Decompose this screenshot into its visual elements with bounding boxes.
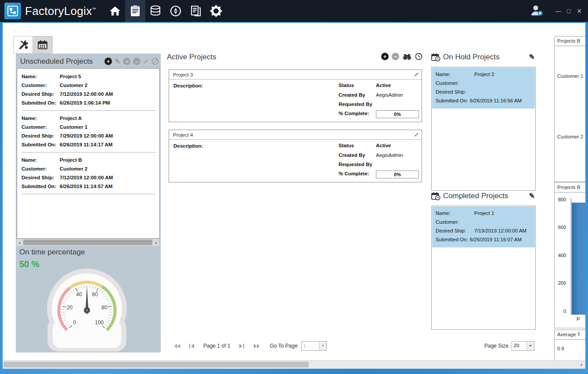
separator xyxy=(22,194,156,194)
calendar-icon xyxy=(37,40,48,50)
edit-project-icon[interactable]: ✎ xyxy=(115,58,120,65)
desired-ship-label: Desired Ship: xyxy=(22,175,60,180)
desired-ship-label: Desired Ship: xyxy=(436,89,474,94)
expand-icon[interactable] xyxy=(414,132,419,137)
scroll-right-icon[interactable]: › xyxy=(578,362,584,367)
unscheduled-toolbar: + ✎ − → ✓ xyxy=(105,58,159,65)
remove-project-icon[interactable]: − xyxy=(123,58,130,65)
svg-text:80: 80 xyxy=(101,305,108,311)
project-name: Project A xyxy=(60,116,82,121)
requested-by-label: Requested By xyxy=(339,102,372,107)
project-name: Project 2 xyxy=(474,72,494,77)
nav-gear-icon[interactable] xyxy=(206,0,226,22)
separator xyxy=(22,110,156,111)
on-hold-card[interactable]: Name:Project 2 Customer: Desired Ship: S… xyxy=(432,68,535,109)
tab-scheduling[interactable] xyxy=(32,36,53,54)
edit-completed-icon[interactable]: ✎ xyxy=(529,192,535,200)
x-tick: P xyxy=(577,316,580,322)
completed-panel: Name:Project 1 Customer: Desired Ship:7/… xyxy=(431,206,536,330)
close-button[interactable]: × xyxy=(574,7,584,16)
description-label: Description: xyxy=(173,143,203,149)
svg-text:40: 40 xyxy=(76,291,82,298)
goto-page-value: 1 xyxy=(302,341,319,350)
accept-project-icon[interactable]: ✓ xyxy=(143,58,149,65)
page-size-dropdown[interactable]: 20 xyxy=(512,341,534,351)
project-submitted-on: 6/26/2019 11:14:57 AM xyxy=(60,184,112,189)
card-title: Project 3 xyxy=(172,72,193,77)
active-project-card[interactable]: Project 3 Description: Status Active Cre… xyxy=(169,69,422,122)
reject-project-icon[interactable] xyxy=(152,58,159,65)
card-header[interactable]: Project 4 xyxy=(169,130,422,140)
horizontal-scrollbar[interactable]: › xyxy=(3,360,585,369)
edit-on-hold-icon[interactable]: ✎ xyxy=(529,54,535,61)
maximize-button[interactable]: □ xyxy=(563,7,574,15)
svg-text:0: 0 xyxy=(73,320,76,326)
completed-title: Completed Projects xyxy=(443,192,508,200)
list-item[interactable]: Name:Project B Customer:Customer 2 Desir… xyxy=(22,156,157,191)
page-indicator: Page 1 of 1 xyxy=(203,343,230,349)
on-time-label: On time percentage xyxy=(19,248,85,257)
complete-label: % Complete: xyxy=(339,111,369,116)
nav-database-icon[interactable] xyxy=(145,0,166,22)
tab-tools[interactable] xyxy=(13,36,33,54)
on-hold-header: On Hold Projects ✎ xyxy=(431,53,535,62)
minimize-button[interactable]: — xyxy=(553,8,563,15)
scrollbar-thumb[interactable] xyxy=(4,362,309,367)
scrollbar-thumb[interactable] xyxy=(23,240,152,245)
name-label: Name: xyxy=(22,116,60,121)
created-by-label: Created By xyxy=(339,92,365,98)
chevron-down-icon[interactable] xyxy=(527,341,534,350)
customer-label: Customer 1 xyxy=(557,73,583,79)
active-projects-title: Active Projects xyxy=(167,53,216,62)
search-binoculars-icon[interactable] xyxy=(402,53,412,60)
nav-clipboard-icon[interactable] xyxy=(125,0,145,22)
project-submitted-on: 6/26/2019 1:06:14 PM xyxy=(60,100,110,105)
project-name: Project B xyxy=(60,157,82,163)
tools-icon xyxy=(18,40,29,50)
add-active-icon[interactable]: + xyxy=(381,53,389,60)
chevron-down-icon[interactable] xyxy=(319,341,326,350)
add-project-icon[interactable]: + xyxy=(105,58,112,65)
active-project-card[interactable]: Project 4 Description: Status Active Cre… xyxy=(169,130,422,182)
unscheduled-list: Name:Project 5 Customer:Customer 2 Desir… xyxy=(17,68,160,239)
status-label: Status xyxy=(339,143,354,148)
project-submitted-on: 6/26/2019 11:14:17 AM xyxy=(60,142,112,147)
completed-card[interactable]: Name:Project 1 Customer: Desired Ship:7/… xyxy=(432,207,535,247)
project-desired-ship: 7/12/2019 12:00:00 AM xyxy=(60,91,113,97)
user-account-icon[interactable] xyxy=(530,4,543,18)
requested-by-label: Requested By xyxy=(339,162,372,167)
list-item[interactable]: Name:Project A Customer:Customer 1 Desir… xyxy=(22,114,157,149)
page-size-control: Page Size 20 xyxy=(484,341,534,351)
status-value: Active xyxy=(376,83,391,88)
project-name: Project 1 xyxy=(474,211,494,216)
name-label: Name: xyxy=(22,157,60,163)
card-header[interactable]: Project 3 xyxy=(169,70,422,80)
promote-project-icon[interactable]: → xyxy=(133,58,141,65)
created-by-value: AegisAdmin xyxy=(376,153,403,158)
svg-text:60: 60 xyxy=(92,291,98,298)
nav-home-icon[interactable] xyxy=(105,0,125,22)
scroll-right-icon[interactable]: › xyxy=(153,240,159,245)
completed-header: Completed Projects ✎ xyxy=(431,192,535,200)
page-size-label: Page Size xyxy=(484,343,509,349)
previous-page-icon[interactable] xyxy=(188,342,196,349)
pagination-bar: Page 1 of 1 Go To Page 1 xyxy=(173,341,327,351)
remove-active-icon[interactable]: − xyxy=(392,53,399,60)
app-logo xyxy=(4,3,21,19)
list-horizontal-scrollbar[interactable]: ‹ › xyxy=(17,239,159,246)
nav-compass-icon[interactable] xyxy=(166,0,186,22)
history-clock-icon[interactable] xyxy=(415,53,422,60)
on-hold-panel: Name:Project 2 Customer: Desired Ship: S… xyxy=(431,67,536,191)
scroll-left-icon[interactable]: ‹ xyxy=(17,240,23,245)
first-page-icon[interactable] xyxy=(173,342,181,349)
next-page-icon[interactable] xyxy=(237,342,246,349)
customer-label: Customer: xyxy=(436,80,474,86)
goto-page-dropdown[interactable]: 1 xyxy=(301,341,327,351)
last-page-icon[interactable] xyxy=(252,342,261,349)
bar xyxy=(572,203,585,315)
customer-label: Customer: xyxy=(436,219,474,225)
expand-icon[interactable] xyxy=(414,72,419,77)
project-customer: Customer 1 xyxy=(60,124,87,130)
nav-documents-icon[interactable] xyxy=(186,0,206,22)
list-item[interactable]: Name:Project 5 Customer:Customer 2 Desir… xyxy=(22,72,157,107)
